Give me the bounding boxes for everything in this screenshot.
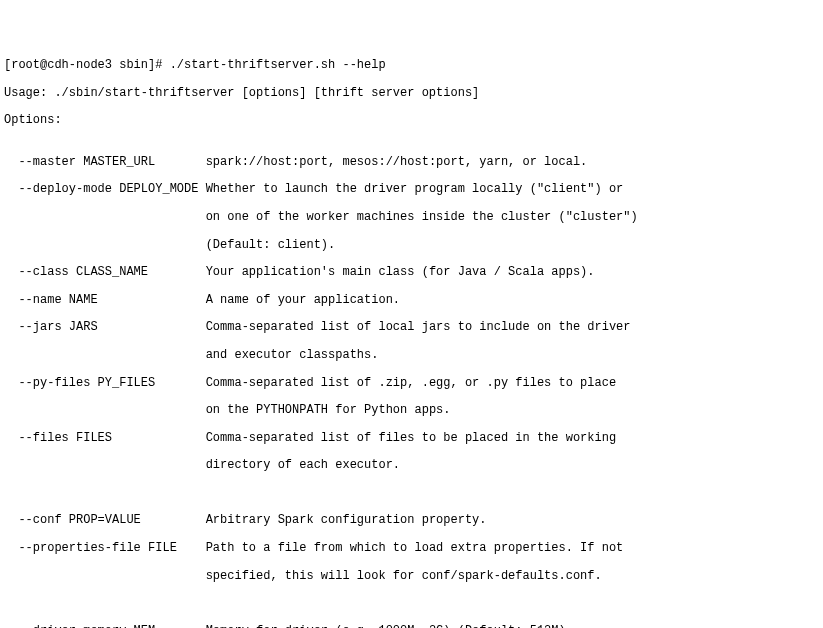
blank xyxy=(4,597,823,611)
desc: specified, this will look for conf/spark… xyxy=(206,569,602,583)
spacer xyxy=(4,403,206,417)
desc: Path to a file from which to load extra … xyxy=(206,541,624,555)
flag: --driver-memory MEM xyxy=(4,624,206,628)
option-properties-file: --properties-file FILE Path to a file fr… xyxy=(4,542,823,556)
option-jars-cont: and executor classpaths. xyxy=(4,349,823,363)
flag: --jars JARS xyxy=(4,320,206,334)
spacer xyxy=(4,348,206,362)
flag: --master MASTER_URL xyxy=(4,155,206,169)
spacer xyxy=(4,210,206,224)
desc: on the PYTHONPATH for Python apps. xyxy=(206,403,451,417)
usage-line: Usage: ./sbin/start-thriftserver [option… xyxy=(4,87,823,101)
option-files: --files FILES Comma-separated list of fi… xyxy=(4,432,823,446)
option-class: --class CLASS_NAME Your application's ma… xyxy=(4,266,823,280)
flag: --py-files PY_FILES xyxy=(4,376,206,390)
option-conf: --conf PROP=VALUE Arbitrary Spark config… xyxy=(4,514,823,528)
option-name: --name NAME A name of your application. xyxy=(4,294,823,308)
option-properties-file-cont: specified, this will look for conf/spark… xyxy=(4,570,823,584)
desc: Comma-separated list of .zip, .egg, or .… xyxy=(206,376,616,390)
option-py-files-cont: on the PYTHONPATH for Python apps. xyxy=(4,404,823,418)
desc: A name of your application. xyxy=(206,293,400,307)
desc: (Default: client). xyxy=(206,238,336,252)
spacer xyxy=(4,458,206,472)
desc: on one of the worker machines inside the… xyxy=(206,210,638,224)
desc: Arbitrary Spark configuration property. xyxy=(206,513,487,527)
terminal-prompt: [root@cdh-node3 sbin]# ./start-thriftser… xyxy=(4,59,823,73)
option-jars: --jars JARS Comma-separated list of loca… xyxy=(4,321,823,335)
flag: --class CLASS_NAME xyxy=(4,265,206,279)
spacer xyxy=(4,569,206,583)
spacer xyxy=(4,238,206,252)
desc: Comma-separated list of local jars to in… xyxy=(206,320,631,334)
desc: directory of each executor. xyxy=(206,458,400,472)
option-files-cont: directory of each executor. xyxy=(4,459,823,473)
desc: Comma-separated list of files to be plac… xyxy=(206,431,616,445)
desc: Memory for driver (e.g. 1000M, 2G) (Defa… xyxy=(206,624,573,628)
option-deploy-mode-cont: (Default: client). xyxy=(4,239,823,253)
options-header: Options: xyxy=(4,114,823,128)
option-master: --master MASTER_URL spark://host:port, m… xyxy=(4,156,823,170)
desc: spark://host:port, mesos://host:port, ya… xyxy=(206,155,588,169)
option-deploy-mode: --deploy-mode DEPLOY_MODE Whether to lau… xyxy=(4,183,823,197)
blank xyxy=(4,487,823,501)
option-deploy-mode-cont: on one of the worker machines inside the… xyxy=(4,211,823,225)
flag: --conf PROP=VALUE xyxy=(4,513,206,527)
desc: Your application's main class (for Java … xyxy=(206,265,595,279)
flag: --name NAME xyxy=(4,293,206,307)
desc: Whether to launch the driver program loc… xyxy=(206,182,624,196)
flag: --files FILES xyxy=(4,431,206,445)
option-py-files: --py-files PY_FILES Comma-separated list… xyxy=(4,377,823,391)
flag: --deploy-mode DEPLOY_MODE xyxy=(4,182,206,196)
flag: --properties-file FILE xyxy=(4,541,206,555)
desc: and executor classpaths. xyxy=(206,348,379,362)
